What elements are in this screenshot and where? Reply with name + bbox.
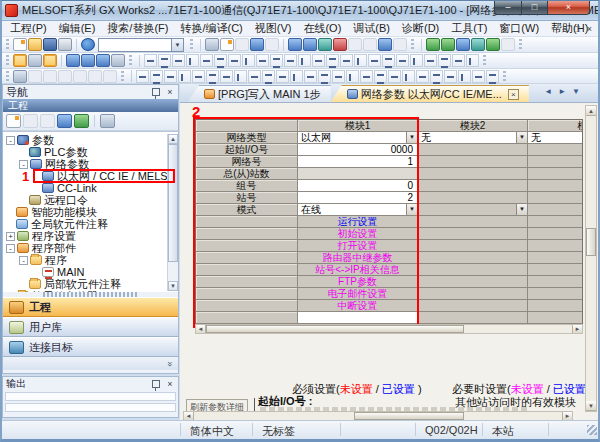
open-project-icon[interactable] [28,38,42,51]
email-setting-link[interactable]: 电子邮件设置 [298,288,418,300]
tree-item-program[interactable]: - 程序 [3,254,178,266]
menu-find-replace[interactable]: 搜索/替换(F) [101,21,174,36]
toolbar-grip[interactable] [503,71,506,82]
start-io-input[interactable]: 0000 [298,144,418,156]
tab-list-icon[interactable]: ▼ [572,87,580,96]
menu-window[interactable]: 窗口(W) [493,21,545,36]
ladder-symbol-icon[interactable] [144,54,157,67]
ladder-symbol-icon[interactable] [172,54,185,67]
ladder-edit-icon[interactable] [472,70,485,83]
ladder-edit-icon[interactable] [220,70,233,83]
nav-button-connection-destination[interactable]: 连接目标 [3,337,178,357]
toolbar-grip[interactable] [129,55,132,66]
router-relay-link[interactable]: 路由器中继参数 [298,252,418,264]
ladder-edit-icon[interactable] [290,70,303,83]
ladder-symbol-icon[interactable] [298,54,311,67]
online-change-icon[interactable] [486,38,500,51]
resize-grip[interactable] [587,425,597,435]
tab-prg-main[interactable]: [PRG]写入 MAIN 1步 [188,85,331,102]
cut-icon[interactable] [205,38,219,51]
ladder-edit-icon[interactable] [374,70,387,83]
paste-icon[interactable] [235,38,249,51]
help-icon[interactable] [81,38,95,51]
toolbar-combobox[interactable] [98,38,184,52]
ladder-edit-icon[interactable] [458,70,471,83]
close-button[interactable]: × [548,0,590,15]
ladder-edit-icon[interactable] [332,70,345,83]
close-icon[interactable]: × [165,379,175,389]
minimize-button[interactable]: – [494,0,522,15]
menu-project[interactable]: 工程(P) [4,21,53,36]
ladder-edit-icon[interactable] [360,70,373,83]
sheet-vertical-scrollbar[interactable]: ▲ ▼ [585,105,597,412]
copy-data-icon[interactable] [23,114,38,128]
ladder-edit-icon[interactable] [262,70,275,83]
skip-icon[interactable] [88,70,102,83]
ladder-symbol-icon[interactable] [424,54,437,67]
scroll-down-icon[interactable]: ▼ [168,281,178,291]
operation-setting-link[interactable]: 运行设置 [298,216,418,228]
ladder-edit-icon[interactable] [416,70,429,83]
sort-filter-icon[interactable] [100,114,115,128]
ladder-symbol-icon[interactable] [256,54,269,67]
paste-data-icon[interactable] [40,114,55,128]
menu-edit[interactable]: 编辑(E) [53,21,102,36]
undo-icon[interactable] [250,38,264,51]
work-window-icon[interactable] [43,54,57,67]
start-monitor-icon[interactable] [426,38,440,51]
network-type-select-m1[interactable]: 以太网 [298,132,418,144]
scrollbar-thumb[interactable] [586,228,596,256]
ftp-parameter-link[interactable]: FTP参数 [298,276,418,288]
scroll-up-icon[interactable]: ▲ [168,134,178,144]
ladder-symbol-icon[interactable] [452,54,465,67]
step-run-icon[interactable] [103,70,117,83]
ladder-edit-icon[interactable] [486,70,499,83]
tree-item-cclink[interactable]: CC-Link [3,182,178,194]
menu-tool[interactable]: 工具(T) [445,21,493,36]
ladder-symbol-icon[interactable] [200,54,213,67]
zoom-icon[interactable] [393,38,407,51]
scrollbar-thumb[interactable] [168,144,178,262]
sheet-horizontal-scrollbar[interactable]: ◄ ► [183,411,573,420]
network-type-select-m2[interactable]: 无 [418,132,528,144]
scroll-left-icon[interactable]: ◄ [196,325,206,333]
transfer-setup-icon[interactable] [378,38,392,51]
ladder-symbol-icon[interactable] [270,54,283,67]
pause-icon[interactable] [501,38,515,51]
statement-display-icon[interactable] [81,54,95,67]
navigation-window-icon[interactable] [13,54,27,67]
ladder-edit-icon[interactable] [164,70,177,83]
interrupt-setting-link[interactable]: 中断设置 [298,300,418,312]
grid-horizontal-scrollbar[interactable]: ◄ ► [195,324,583,334]
scroll-left-icon[interactable]: ◄ [184,412,194,420]
ladder-symbol-icon[interactable] [228,54,241,67]
tree-item-global-comment[interactable]: 全局软元件注释 [3,218,178,230]
select-mode-icon[interactable] [13,70,27,83]
read-mode-icon[interactable] [43,70,57,83]
tab-network-parameter[interactable]: 网络参数 以太网/CC IE/ME... × [331,85,529,102]
ladder-edit-icon[interactable] [234,70,247,83]
ladder-symbol-icon[interactable] [354,54,367,67]
device-display-icon[interactable] [111,54,125,67]
nav-button-project[interactable]: 工程 [3,297,178,317]
chevron-more-icon[interactable]: » [164,361,174,366]
collapse-icon[interactable]: - [6,244,15,253]
toolbar-grip[interactable] [6,39,9,50]
station-ip-info-link[interactable]: 站号<->IP相关信息 [298,264,418,276]
scrollbar-thumb[interactable] [354,412,464,420]
ladder-symbol-icon[interactable] [186,54,199,67]
toolbar-grip[interactable] [6,55,9,66]
group-no-input[interactable]: 0 [298,180,418,192]
network-no-input[interactable]: 1 [298,156,418,168]
save-project-icon[interactable] [43,38,57,51]
write-mode-icon[interactable] [28,70,42,83]
function-block-icon[interactable] [28,54,42,67]
note-display-icon[interactable] [96,54,110,67]
ladder-edit-icon[interactable] [192,70,205,83]
device-comment-icon[interactable] [348,38,362,51]
toolbar-grip[interactable] [483,55,486,66]
open-setting-link[interactable]: 打开设置 [298,240,418,252]
menu-debug[interactable]: 调试(B) [347,21,396,36]
toolbar-grip[interactable] [411,39,414,50]
scroll-right-icon[interactable]: ► [562,412,572,420]
